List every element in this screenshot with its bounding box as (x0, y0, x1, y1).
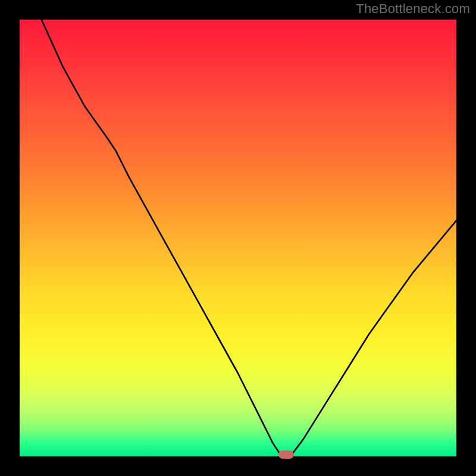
bottleneck-curve (20, 20, 456, 456)
optimal-point-marker (278, 450, 294, 459)
chart-frame: TheBottleneck.com (0, 0, 476, 476)
watermark-label: TheBottleneck.com (356, 1, 470, 17)
